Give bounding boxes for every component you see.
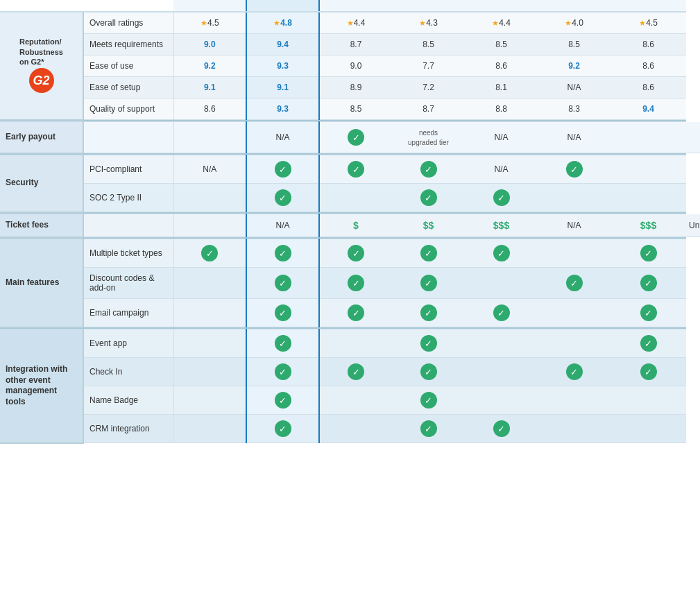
cell-value: 8.6 bbox=[204, 104, 216, 114]
table-cell: ✓ bbox=[611, 268, 686, 299]
check-icon: ✓ bbox=[348, 304, 364, 321]
table-cell: 9.4 bbox=[611, 98, 686, 120]
table-cell: ✓ bbox=[319, 122, 392, 153]
table-cell: ✓ bbox=[246, 268, 319, 299]
category-label: Ticket fees bbox=[6, 220, 49, 230]
feature-cell: Ease of setup bbox=[83, 77, 173, 98]
rating-value: 9.1 bbox=[204, 83, 216, 92]
category-label: Early payout bbox=[6, 132, 56, 141]
header-eventbrite bbox=[319, 0, 392, 12]
header-cvent bbox=[392, 0, 465, 12]
feature-label: Quality of support bbox=[89, 104, 155, 114]
header-brown bbox=[538, 0, 611, 12]
table-cell: 9.2 bbox=[173, 55, 246, 77]
feature-label: Check In bbox=[89, 367, 122, 377]
check-icon: ✓ bbox=[566, 363, 583, 380]
table-cell bbox=[611, 415, 686, 443]
check-icon: ✓ bbox=[348, 245, 364, 261]
table-cell bbox=[538, 184, 611, 212]
table-cell: 8.6 bbox=[173, 98, 246, 120]
header-whova bbox=[246, 0, 319, 12]
table-cell: ✓ bbox=[538, 268, 611, 299]
check-icon: ✓ bbox=[493, 189, 510, 206]
category-label: Main features bbox=[6, 277, 59, 287]
table-cell: 8.5 bbox=[465, 34, 538, 55]
cell-value: 8.5 bbox=[350, 104, 362, 114]
cell-value: 7.2 bbox=[422, 83, 434, 92]
cell-value: N/A bbox=[275, 221, 289, 230]
fee-value: $$ bbox=[423, 220, 434, 231]
table-cell: ✓ bbox=[246, 386, 319, 415]
table-cell: $$$ bbox=[611, 214, 686, 237]
table-cell: 7.7 bbox=[392, 55, 465, 77]
table-cell bbox=[173, 268, 246, 299]
check-icon: ✓ bbox=[275, 189, 291, 206]
table-row: Ease of use9.29.39.07.78.69.28.6 bbox=[0, 55, 700, 77]
table-cell bbox=[173, 122, 246, 153]
table-cell bbox=[538, 415, 611, 443]
feature-cell: Overall ratings bbox=[83, 12, 173, 34]
header-hubspot bbox=[465, 0, 538, 12]
table-cell bbox=[319, 329, 392, 358]
check-icon: ✓ bbox=[640, 275, 657, 291]
table-cell bbox=[173, 415, 246, 443]
table-cell: ★4.4 bbox=[319, 12, 392, 34]
cell-value: 9.0 bbox=[350, 61, 362, 71]
table-cell: N/A bbox=[246, 122, 319, 153]
table-cell bbox=[173, 214, 246, 237]
check-icon: ✓ bbox=[275, 392, 291, 409]
table-row: CRM integration✓✓✓ bbox=[0, 415, 700, 443]
table-cell: 9.1 bbox=[246, 77, 319, 98]
table-body: Reputation/Robustnesson G2* G2 Overall r… bbox=[0, 12, 700, 443]
table-cell: ★4.4 bbox=[465, 12, 538, 34]
cell-value: 8.6 bbox=[642, 61, 654, 71]
check-icon: ✓ bbox=[201, 245, 218, 261]
feature-cell: Email campaign bbox=[83, 299, 173, 327]
check-icon: ✓ bbox=[420, 335, 437, 352]
check-icon: ✓ bbox=[493, 245, 510, 261]
table-cell: $ bbox=[319, 214, 392, 237]
table-cell: ✓ bbox=[392, 268, 465, 299]
category-cell: Security bbox=[0, 155, 83, 212]
table-cell: ★4.0 bbox=[538, 12, 611, 34]
table-cell: ✓ bbox=[392, 358, 465, 386]
table-row: Email campaign✓✓✓✓✓ bbox=[0, 299, 700, 327]
header-6connex bbox=[611, 0, 686, 12]
cell-value: 8.7 bbox=[350, 40, 362, 49]
table-row: Ticket feesN/A$$$$$$N/A$$$Unknown bbox=[0, 214, 700, 237]
table-cell: ★4.8 bbox=[246, 12, 319, 34]
check-icon: ✓ bbox=[640, 335, 657, 352]
cell-value: N/A bbox=[567, 221, 581, 230]
cell-value: 8.6 bbox=[642, 40, 654, 49]
rating-value: 9.1 bbox=[277, 83, 289, 92]
table-cell bbox=[319, 386, 392, 415]
table-cell: ✓ bbox=[392, 184, 465, 212]
table-cell: 9.3 bbox=[246, 55, 319, 77]
table-cell: ✓ bbox=[538, 155, 611, 184]
check-icon: ✓ bbox=[420, 161, 437, 178]
table-row: Name Badge✓✓ bbox=[0, 386, 700, 415]
rating-value: 9.2 bbox=[204, 61, 216, 71]
table-row: Quality of support8.69.38.58.78.88.39.4 bbox=[0, 98, 700, 120]
table-cell: 8.1 bbox=[465, 77, 538, 98]
fee-value: $$$ bbox=[640, 220, 656, 231]
table-cell: ✓ bbox=[319, 299, 392, 327]
cell-value: 8.6 bbox=[642, 83, 654, 92]
check-icon: ✓ bbox=[420, 189, 437, 206]
table-cell: Unknown bbox=[686, 214, 700, 237]
table-cell: ✓ bbox=[392, 299, 465, 327]
table-cell: ✓ bbox=[246, 358, 319, 386]
header-google bbox=[173, 0, 246, 12]
cell-value: 7.7 bbox=[422, 61, 434, 71]
table-cell: ✓ bbox=[392, 239, 465, 268]
cell-value: Unknown bbox=[689, 221, 700, 230]
table-cell: ✓ bbox=[392, 155, 465, 184]
rating-value: 9.2 bbox=[568, 61, 580, 71]
table-cell: ✓ bbox=[465, 184, 538, 212]
cell-value: N/A bbox=[275, 132, 289, 142]
table-cell: ✓ bbox=[465, 415, 538, 443]
table-cell: 8.5 bbox=[392, 34, 465, 55]
check-icon: ✓ bbox=[640, 245, 657, 261]
cell-value: 8.7 bbox=[422, 104, 434, 114]
category-label: Security bbox=[6, 178, 38, 187]
